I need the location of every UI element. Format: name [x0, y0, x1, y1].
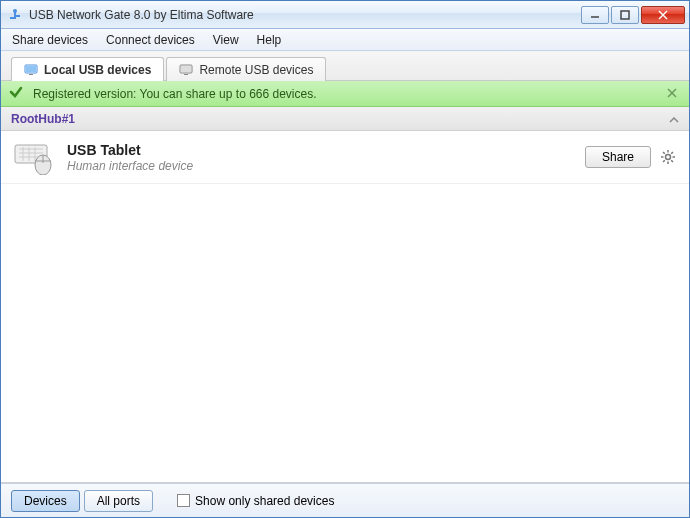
- tab-label: Local USB devices: [44, 63, 151, 77]
- svg-rect-12: [181, 66, 191, 72]
- svg-rect-1: [14, 11, 16, 19]
- tabbar: Local USB devices Remote USB devices: [1, 51, 689, 81]
- svg-rect-9: [26, 66, 36, 72]
- menu-help[interactable]: Help: [248, 31, 291, 49]
- checkbox-label: Show only shared devices: [195, 494, 334, 508]
- chevron-up-icon[interactable]: [669, 112, 679, 126]
- menu-view[interactable]: View: [204, 31, 248, 49]
- bottombar: Devices All ports Show only shared devic…: [1, 483, 689, 517]
- keyboard-mouse-icon: [13, 139, 57, 175]
- menu-connect-devices[interactable]: Connect devices: [97, 31, 204, 49]
- share-button[interactable]: Share: [585, 146, 651, 168]
- menubar: Share devices Connect devices View Help: [1, 29, 689, 51]
- svg-point-26: [666, 155, 671, 160]
- check-icon: [9, 85, 23, 102]
- checkbox-icon: [177, 494, 190, 507]
- svg-rect-10: [29, 74, 33, 75]
- hub-name: RootHub#1: [11, 112, 75, 126]
- svg-line-32: [671, 160, 673, 162]
- show-only-shared-checkbox[interactable]: Show only shared devices: [177, 494, 334, 508]
- monitor-icon: [24, 64, 38, 76]
- device-list: USB Tablet Human interface device Share: [1, 131, 689, 483]
- device-row: USB Tablet Human interface device Share: [1, 131, 689, 184]
- status-banner: Registered version: You can share up to …: [1, 81, 689, 107]
- gear-icon[interactable]: [659, 148, 677, 166]
- menu-share-devices[interactable]: Share devices: [3, 31, 97, 49]
- device-text: USB Tablet Human interface device: [67, 142, 585, 173]
- app-icon: [7, 7, 23, 23]
- device-description: Human interface device: [67, 159, 585, 173]
- svg-rect-2: [10, 17, 14, 19]
- svg-line-31: [663, 152, 665, 154]
- svg-rect-13: [184, 74, 188, 75]
- dismiss-banner-button[interactable]: [663, 84, 681, 103]
- minimize-button[interactable]: [581, 6, 609, 24]
- hub-header[interactable]: RootHub#1: [1, 107, 689, 131]
- main-window: USB Network Gate 8.0 by Eltima Software …: [0, 0, 690, 518]
- monitor-icon: [179, 64, 193, 76]
- status-text: Registered version: You can share up to …: [33, 87, 317, 101]
- titlebar: USB Network Gate 8.0 by Eltima Software: [1, 1, 689, 29]
- svg-line-34: [663, 160, 665, 162]
- tab-remote-usb[interactable]: Remote USB devices: [166, 57, 326, 81]
- close-button[interactable]: [641, 6, 685, 24]
- devices-filter-button[interactable]: Devices: [11, 490, 80, 512]
- svg-rect-5: [621, 11, 629, 19]
- tab-local-usb[interactable]: Local USB devices: [11, 57, 164, 81]
- svg-rect-3: [16, 15, 20, 17]
- svg-line-33: [671, 152, 673, 154]
- device-name: USB Tablet: [67, 142, 585, 158]
- tab-label: Remote USB devices: [199, 63, 313, 77]
- all-ports-filter-button[interactable]: All ports: [84, 490, 153, 512]
- window-title: USB Network Gate 8.0 by Eltima Software: [29, 8, 581, 22]
- window-controls: [581, 6, 685, 24]
- maximize-button[interactable]: [611, 6, 639, 24]
